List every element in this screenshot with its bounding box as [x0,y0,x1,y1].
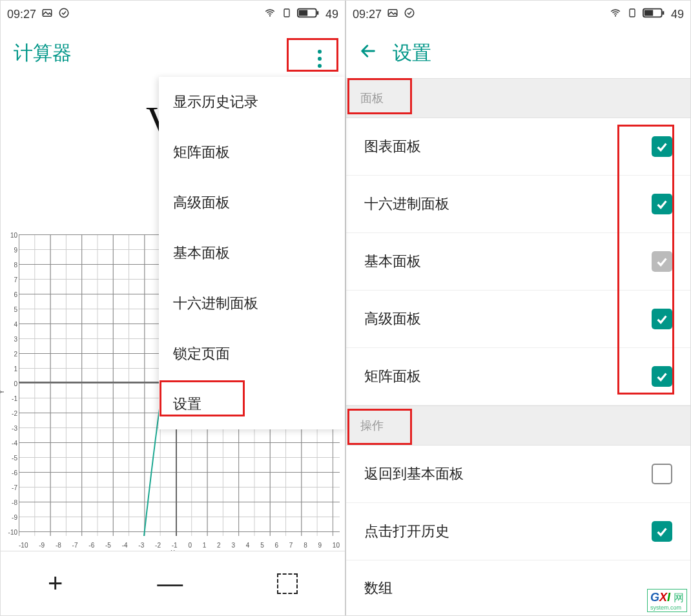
svg-rect-12 [663,11,665,14]
wifi-icon [609,7,622,22]
svg-rect-5 [317,11,319,14]
graph-x-ticks: -10-9-8-7-6-5-4-3-2-1012345678910 [19,542,340,549]
row-label: 十六进制面板 [364,194,449,214]
svg-rect-3 [284,9,289,17]
row-advanced-panel[interactable]: 高级面板 [346,291,690,348]
checkbox-basic [652,251,672,272]
menu-item-settings[interactable]: 设置 [159,379,345,429]
zoom-in-button[interactable]: + [28,562,82,604]
row-label: 基本面板 [364,252,421,271]
image-icon [387,7,398,22]
menu-item-history[interactable]: 显示历史记录 [159,77,345,127]
app-title: 计算器 [14,40,72,67]
svg-rect-13 [645,10,654,15]
battery-icon [643,7,666,22]
image-icon [41,7,53,22]
graph-y-ticks: 109876543210-1-2-3-4-5-6-7-8-9-10 [6,232,17,536]
svg-point-2 [269,15,271,16]
section-panels: 面板 [346,78,690,118]
svg-rect-6 [299,10,308,15]
wifi-icon [263,7,276,22]
more-menu-button[interactable] [310,45,329,73]
row-array[interactable]: 数组 [346,560,690,615]
watermark: GXI 网 system.com [647,589,687,612]
settings-title: 设置 [393,40,431,67]
check-circle-icon [58,7,70,22]
status-time: 09:27 [353,8,382,21]
graph-bottom-bar: + — [1,551,345,615]
checkbox-tap-history[interactable] [652,521,672,542]
app-header-left: 计算器 [1,28,345,78]
row-matrix-panel[interactable]: 矩阵面板 [346,348,690,406]
checkbox-hex[interactable] [652,194,672,214]
status-bar: 09:27 49 [1,1,345,28]
sim-icon [627,7,637,22]
svg-point-9 [615,15,616,16]
menu-item-matrix[interactable]: 矩阵面板 [159,127,345,178]
menu-item-lock[interactable]: 锁定页面 [159,329,345,379]
section-ops: 操作 [346,406,690,446]
checkbox-advanced[interactable] [652,309,672,329]
battery-level: 49 [671,8,684,21]
menu-item-advanced[interactable]: 高级面板 [159,178,345,228]
menu-item-basic[interactable]: 基本面板 [159,228,345,278]
status-bar: 09:27 49 [346,1,690,28]
settings-body: 面板 图表面板 十六进制面板 基本面板 高级面板 矩阵面板 [346,78,690,615]
status-time: 09:27 [7,8,36,21]
row-label: 返回到基本面板 [364,464,464,484]
crop-icon [277,573,298,594]
svg-point-1 [59,8,68,17]
checkbox-chart[interactable] [652,136,672,157]
row-label: 数组 [364,579,393,598]
svg-point-8 [405,8,414,17]
back-button[interactable] [359,42,377,65]
crop-button[interactable] [258,567,317,601]
svg-rect-10 [630,9,635,17]
checkbox-return-basic[interactable] [652,464,672,484]
battery-level: 49 [325,8,338,21]
row-label: 图表面板 [364,137,421,156]
zoom-out-button[interactable]: — [138,562,202,604]
phone-right: 09:27 49 [346,1,690,615]
checkbox-matrix[interactable] [652,366,672,387]
row-hex-panel[interactable]: 十六进制面板 [346,176,690,233]
row-label: 矩阵面板 [364,367,421,386]
row-return-basic[interactable]: 返回到基本面板 [346,446,690,503]
overflow-menu: 显示历史记录 矩阵面板 高级面板 基本面板 十六进制面板 锁定页面 设置 [159,77,345,429]
row-label: 点击打开历史 [364,522,449,541]
battery-icon [297,7,320,22]
menu-item-hex[interactable]: 十六进制面板 [159,278,345,329]
check-circle-icon [404,7,415,22]
graph-y-label: Y [0,389,5,394]
app-header-right: 设置 [346,28,690,78]
sim-icon [282,7,292,22]
row-basic-panel[interactable]: 基本面板 [346,233,690,291]
row-tap-history[interactable]: 点击打开历史 [346,503,690,560]
row-label: 高级面板 [364,309,421,329]
phone-left: 09:27 49 [1,1,346,615]
row-chart-panel[interactable]: 图表面板 [346,118,690,176]
